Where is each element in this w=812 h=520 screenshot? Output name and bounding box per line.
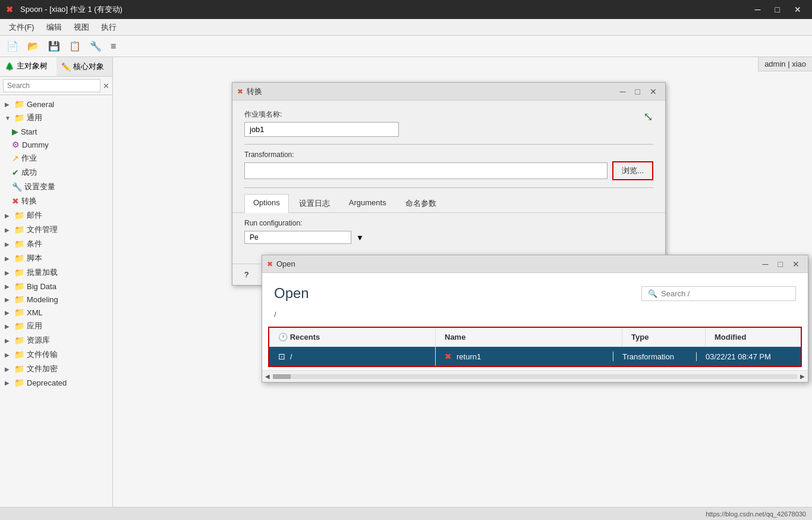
collapse-icon[interactable]: ⤡ <box>643 109 653 124</box>
tree-arrow-jiaoben: ▶ <box>5 255 12 262</box>
tab-options[interactable]: Options <box>244 194 289 213</box>
tree-item-wenjian-chuanshu[interactable]: ▶ 📁 文件传输 <box>0 347 112 362</box>
dialog-open-title: Open <box>276 259 295 268</box>
close-button[interactable]: ✕ <box>789 4 806 15</box>
toolbar-saveas[interactable]: 📋 <box>65 39 84 54</box>
tree-item-tiaojian[interactable]: ▶ 📁 条件 <box>0 237 112 251</box>
open-scrollbar-area: ◀ ▶ <box>262 370 808 382</box>
tree-label-wenjian-chuanshu: 文件传输 <box>27 349 58 360</box>
toolbar-open[interactable]: 📂 <box>24 39 43 54</box>
tree-item-bigdata[interactable]: ▶ 📁 Big Data <box>0 280 112 293</box>
tree-item-zhuanhuan-tree[interactable]: ✖ 转换 <box>0 194 112 208</box>
search-icon: 🔍 <box>648 289 657 298</box>
open-search-input[interactable] <box>661 289 789 298</box>
tree-item-start[interactable]: ▶ Start <box>0 125 112 138</box>
open-header: Open 🔍 <box>262 273 808 308</box>
file-row-return1[interactable]: ✖ return1 Transformation 03/22/21 08:47 … <box>436 347 801 366</box>
help-button[interactable]: ? <box>244 270 248 279</box>
open-breadcrumb: / <box>262 308 808 324</box>
tab-log[interactable]: 设置日志 <box>290 194 339 212</box>
dialog-open-close[interactable]: ✕ <box>789 258 803 270</box>
toolbar-layers[interactable]: ≡ <box>107 39 119 54</box>
run-config-input[interactable] <box>244 231 351 244</box>
tree-label-chenggong: 成功 <box>21 167 37 178</box>
menu-execute[interactable]: 执行 <box>95 20 122 35</box>
minimize-button[interactable]: ─ <box>750 4 766 15</box>
tree-item-tongyong[interactable]: ▼ 📁 通用 <box>0 111 112 125</box>
tree-item-piliang[interactable]: ▶ 📁 批量加载 <box>0 265 112 280</box>
run-config-section: Run configuration: ▼ <box>244 213 653 255</box>
toolbar-extra[interactable]: 🔧 <box>86 39 105 54</box>
tree-label-wenjian-jiami: 文件加密 <box>27 364 58 374</box>
status-text: https://blog.csdn.net/qq_42678030 <box>706 510 806 518</box>
dialog-zhuanhuan-title: 转换 <box>247 86 262 97</box>
type-header: Type <box>622 328 706 346</box>
search-clear-button[interactable]: ✕ <box>100 80 112 92</box>
dialog-zhuanhuan-maximize[interactable]: □ <box>632 86 644 98</box>
toolbar-save[interactable]: 💾 <box>45 39 64 54</box>
dialog-zhuanhuan-close[interactable]: ✕ <box>646 86 660 98</box>
tree-item-zuoye[interactable]: ↗ 作业 <box>0 151 112 165</box>
tree-item-deprecated[interactable]: ▶ 📁 Deprecated <box>0 376 112 389</box>
transformation-input[interactable] <box>244 162 608 179</box>
folder-icon-yingyong: 📁 <box>14 321 24 331</box>
folder-icon-modeling: 📁 <box>14 295 24 304</box>
tree-label-xml: XML <box>27 308 43 317</box>
main-objects-icon: 🌲 <box>5 62 14 71</box>
dummy-icon: ⚙ <box>12 140 20 149</box>
tree-label-piliang: 批量加载 <box>27 267 58 278</box>
tree-item-general[interactable]: ▶ 📁 General <box>0 98 112 111</box>
horizontal-scrollbar[interactable] <box>273 374 797 379</box>
tree-item-chenggong[interactable]: ✔ 成功 <box>0 165 112 180</box>
transformation-label: Transformation: <box>244 151 653 159</box>
tree-item-youjian[interactable]: ▶ 📁 邮件 <box>0 208 112 223</box>
folder-icon-wenjian: 📁 <box>14 225 24 234</box>
right-content: admin | xiao ✖ 转换 ─ □ ✕ 作业项名称: <box>113 57 812 520</box>
tree-item-modeling[interactable]: ▶ 📁 Modeling <box>0 293 112 306</box>
tree-item-xml[interactable]: ▶ 📁 XML <box>0 306 112 319</box>
dialog-open-maximize[interactable]: □ <box>775 258 786 270</box>
tree-arrow-wenjian: ▶ <box>5 227 12 233</box>
dialog-zhuanhuan-icon: ✖ <box>237 87 243 96</box>
run-config-label: Run configuration: <box>244 219 653 227</box>
browse-button[interactable]: 浏览... <box>612 161 653 180</box>
settings-icon: 🔧 <box>12 182 22 192</box>
maximize-button[interactable]: □ <box>770 4 785 15</box>
sidebar-item-root[interactable]: ⊡ / <box>269 347 435 366</box>
menu-view[interactable]: 视图 <box>68 20 95 35</box>
title-bar-controls: ─ □ ✕ <box>750 4 806 15</box>
search-box: ✕ <box>0 77 112 95</box>
dialog-zhuanhuan-minimize[interactable]: ─ <box>616 86 630 98</box>
folder-icon-piliang: 📁 <box>14 268 24 277</box>
tree-item-dummy[interactable]: ⚙ Dummy <box>0 138 112 151</box>
folder-root-icon: ⊡ <box>278 352 285 361</box>
folder-icon-general: 📁 <box>14 99 24 109</box>
tab-main-objects[interactable]: 🌲 主对象树 <box>0 57 56 76</box>
toolbar-new[interactable]: 📄 <box>3 39 22 54</box>
tab-named-params[interactable]: 命名参数 <box>396 194 445 212</box>
tree-arrow-wenjian-chuanshu: ▶ <box>5 352 12 358</box>
transform-file-icon: ✖ <box>445 352 452 361</box>
scroll-right-arrow[interactable]: ▶ <box>800 373 805 380</box>
menu-file[interactable]: 文件(F) <box>3 20 40 35</box>
search-input[interactable] <box>3 79 100 92</box>
app-title: Spoon - [xiao] 作业 1 (有变动) <box>20 4 122 15</box>
folder-icon-wenjian-chuanshu: 📁 <box>14 350 24 359</box>
tree-item-shezhi[interactable]: 🔧 设置变量 <box>0 180 112 194</box>
tree-item-wenjian[interactable]: ▶ 📁 文件管理 <box>0 223 112 237</box>
open-table-sidebar: ⊡ / <box>269 347 436 366</box>
scroll-left-arrow[interactable]: ◀ <box>265 373 270 380</box>
tree-label-general: General <box>27 100 54 109</box>
job-name-input[interactable] <box>244 122 399 137</box>
tree-item-yingyong[interactable]: ▶ 📁 应用 <box>0 319 112 333</box>
tree-label-tiaojian: 条件 <box>27 239 42 249</box>
modified-header: Modified <box>706 328 801 346</box>
tree-label-dummy: Dummy <box>22 140 49 149</box>
menu-edit[interactable]: 编辑 <box>40 20 68 35</box>
tree-item-jiaoben[interactable]: ▶ 📁 脚本 <box>0 251 112 265</box>
dialog-open-minimize[interactable]: ─ <box>759 258 772 270</box>
tab-core-objects[interactable]: ✏️ 核心对象 <box>56 57 113 76</box>
tree-item-ziyuan[interactable]: ▶ 📁 资源库 <box>0 333 112 347</box>
tab-arguments[interactable]: Arguments <box>340 194 395 212</box>
tree-item-wenjian-jiami[interactable]: ▶ 📁 文件加密 <box>0 362 112 376</box>
